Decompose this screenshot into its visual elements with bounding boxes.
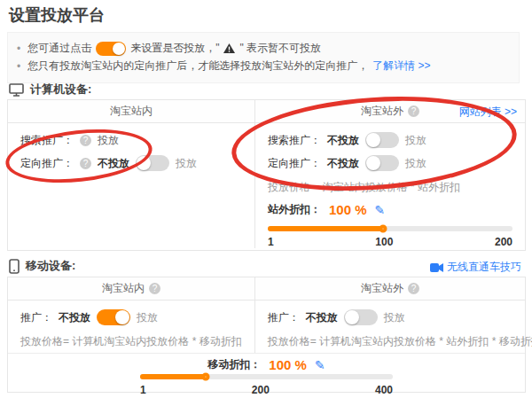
- notice-text: 来设置是否投放，": [130, 41, 219, 56]
- off-label: 不投放: [59, 310, 90, 325]
- notice-text: " 表示暂不可投放: [239, 41, 321, 56]
- mobile-table-header: 淘宝站内 ? 淘宝站外 ?: [8, 277, 525, 300]
- slider-track[interactable]: [140, 374, 393, 379]
- promo-toggle-outside[interactable]: [344, 309, 378, 325]
- scale-min: 1: [268, 236, 274, 248]
- search-promo-row-outside: 搜索推广： 不投放 投放: [268, 130, 512, 150]
- computer-table-header: 淘宝站内 淘宝站外 ? 网站列表 >>: [8, 100, 525, 123]
- scale-min: 1: [140, 384, 146, 396]
- offsite-discount: 站外折扣： 100 % ✎: [268, 202, 512, 217]
- mobile-outside-cell: 推广： 不投放 投放 投放价格= 计算机淘宝站内投放价格 * 站外折扣 * 移动…: [255, 300, 532, 353]
- computer-table: 淘宝站内 淘宝站外 ? 网站列表 >> 搜索推广： ? 投放 定向推广： ? 不…: [7, 99, 526, 251]
- header-taobao-inside: 淘宝站内: [8, 100, 255, 122]
- on-label: 投放: [176, 156, 197, 171]
- off-label: 不投放: [327, 156, 359, 171]
- off-label: 不投放: [306, 310, 338, 325]
- phone-icon: [9, 259, 20, 274]
- header-label: 淘宝站外: [361, 104, 403, 119]
- help-icon[interactable]: ?: [408, 283, 419, 294]
- slider-scale: 1 200 400: [140, 384, 393, 396]
- slider-handle[interactable]: [379, 225, 387, 233]
- help-icon[interactable]: ?: [408, 105, 419, 117]
- notice-line-1: • 您可通过点击 来设置是否投放，" " 表示暂不可投放: [17, 41, 510, 56]
- notice-text: 您可通过点击: [27, 41, 91, 56]
- edit-pencil-icon[interactable]: ✎: [375, 203, 386, 217]
- toggle-knob: [115, 310, 129, 324]
- target-promo-toggle-outside[interactable]: [365, 155, 399, 171]
- slider-fill: [140, 374, 206, 379]
- slider-handle[interactable]: [202, 373, 210, 381]
- site-list-link[interactable]: 网站列表 >>: [459, 105, 517, 120]
- mobile-outside-formula: 投放价格= 计算机淘宝站内投放价格 * 站外折扣 * 移动折扣: [268, 334, 532, 349]
- help-icon[interactable]: ?: [80, 135, 91, 146]
- search-promo-status: 投放: [98, 133, 119, 148]
- help-icon[interactable]: ?: [149, 283, 160, 294]
- slider-scale: 1 100 200: [268, 236, 512, 248]
- mobile-discount-slider[interactable]: 1 200 400: [140, 374, 393, 396]
- row-label: 搜索推广：: [268, 133, 321, 148]
- placement-settings-page: 设置投放平台 • 您可通过点击 来设置是否投放，" " 表示暂不可投放 • 您只…: [0, 0, 532, 398]
- promo-row-outside: 推广： 不投放 投放: [268, 308, 532, 327]
- row-label: 推广：: [20, 310, 52, 325]
- row-label: 搜索推广：: [20, 133, 74, 148]
- scale-max: 400: [375, 384, 393, 396]
- row-label: 定向推广：: [20, 156, 74, 171]
- offsite-price-formula: 投放价格 = 淘宝站内投放价格 * 站外折扣: [268, 180, 512, 195]
- off-label: 不投放: [327, 133, 359, 148]
- notice-panel: • 您可通过点击 来设置是否投放，" " 表示暂不可投放 • 您只有投放淘宝站内…: [7, 32, 520, 83]
- mobile-section-title: 移动设备:: [26, 258, 75, 274]
- mobile-discount: 移动折扣： 100 % ✎: [8, 357, 525, 372]
- on-label: 投放: [405, 156, 426, 171]
- scale-mid: 100: [375, 236, 393, 248]
- toggle-knob: [137, 156, 151, 170]
- mobile-table-body: 推广： 不投放 投放 投放价格= 计算机淘宝站内投放价格 * 移动折扣 推广： …: [8, 300, 525, 353]
- monitor-icon: [9, 83, 24, 97]
- help-icon[interactable]: ?: [80, 158, 91, 169]
- scale-max: 200: [495, 236, 512, 248]
- off-label: 不投放: [98, 156, 129, 171]
- target-promo-toggle-inside[interactable]: [136, 155, 169, 171]
- bullet-icon: •: [17, 60, 20, 73]
- computer-table-body: 搜索推广： ? 投放 定向推广： ? 不投放 投放 搜索推广： 不投放 投放: [8, 123, 525, 248]
- wireless-tips-link[interactable]: 无线直通车技巧: [447, 260, 521, 275]
- mobile-discount-label: 移动折扣：: [207, 357, 261, 372]
- mobile-section-header: 移动设备:: [9, 258, 75, 274]
- notice-text: 您只有投放淘宝站内的定向推广后，才能选择投放淘宝站外的定向推广，: [27, 59, 368, 74]
- slider-track[interactable]: [268, 226, 512, 231]
- page-title: 设置投放平台: [9, 4, 105, 26]
- toggle-knob: [366, 156, 380, 170]
- mobile-inside-formula: 投放价格= 计算机淘宝站内投放价格 * 移动折扣: [20, 334, 242, 349]
- mobile-discount-value: 100 %: [269, 357, 307, 372]
- row-label: 定向推广：: [268, 156, 321, 171]
- scale-mid: 200: [252, 384, 270, 396]
- offsite-discount-slider[interactable]: 1 100 200: [268, 226, 512, 248]
- header-label: 淘宝站内: [110, 104, 153, 119]
- search-promo-toggle-outside[interactable]: [365, 132, 399, 148]
- row-label: 推广：: [268, 310, 300, 325]
- wireless-tips[interactable]: 无线直通车技巧: [430, 260, 521, 275]
- search-promo-row-inside: 搜索推广： ? 投放: [20, 130, 242, 150]
- demo-toggle[interactable]: [96, 42, 126, 56]
- computer-section-title: 计算机设备:: [30, 82, 91, 98]
- toggle-knob: [345, 310, 359, 324]
- bullet-icon: •: [17, 43, 20, 55]
- promo-toggle-inside[interactable]: [97, 309, 130, 325]
- mobile-discount-footer: 移动折扣： 100 % ✎ 1 200 400: [8, 353, 525, 396]
- promo-row-inside: 推广： 不投放 投放: [20, 308, 242, 327]
- on-label: 投放: [384, 310, 405, 325]
- mobile-table: 淘宝站内 ? 淘宝站外 ? 推广： 不投放 投放 投放价格= 计算机淘宝站内投放…: [7, 277, 526, 393]
- warning-icon: [223, 43, 235, 53]
- video-camera-icon: [430, 263, 443, 272]
- toggle-knob: [113, 43, 125, 55]
- mobile-inside-cell: 推广： 不投放 投放 投放价格= 计算机淘宝站内投放价格 * 移动折扣: [8, 300, 255, 353]
- target-promo-row-inside: 定向推广： ? 不投放 投放: [20, 153, 242, 173]
- on-label: 投放: [137, 310, 158, 325]
- offsite-discount-value: 100 %: [329, 202, 367, 217]
- offsite-discount-label: 站外折扣：: [268, 202, 321, 217]
- notice-line-2: • 您只有投放淘宝站内的定向推广后，才能选择投放淘宝站外的定向推广， 了解详情 …: [17, 59, 510, 74]
- on-label: 投放: [405, 133, 426, 148]
- computer-outside-cell: 搜索推广： 不投放 投放 定向推广： 不投放 投放 投放价格 = 淘宝站内投放价…: [255, 123, 525, 248]
- header-taobao-outside: 淘宝站外 ?: [255, 277, 525, 300]
- learn-more-link[interactable]: 了解详情 >>: [372, 59, 430, 74]
- edit-pencil-icon[interactable]: ✎: [315, 358, 325, 372]
